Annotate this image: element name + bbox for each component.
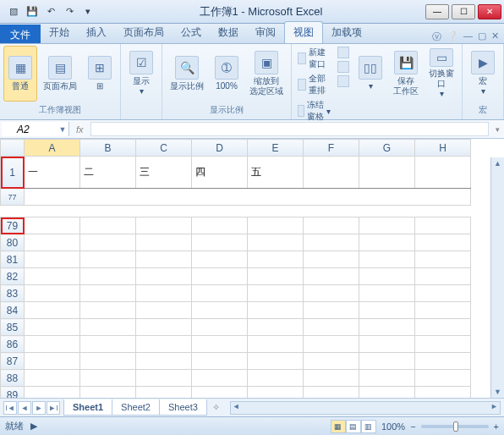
sheet-nav-next-icon[interactable]: ►: [32, 401, 46, 415]
formula-input[interactable]: [90, 122, 489, 136]
sheet-tab-3[interactable]: Sheet3: [159, 399, 207, 416]
tab-addins[interactable]: 加载项: [323, 22, 370, 43]
close-button[interactable]: ✕: [478, 4, 501, 19]
row-header-86[interactable]: 86: [1, 336, 25, 353]
row-header-88[interactable]: 88: [1, 370, 25, 387]
page-break-icon: ⊞: [88, 56, 112, 80]
mdi-minimize-icon[interactable]: —: [463, 30, 473, 43]
cell-F1[interactable]: [304, 157, 359, 189]
zoom-out-button[interactable]: −: [410, 421, 415, 432]
hide-button[interactable]: [335, 60, 352, 74]
sheet-nav-first-icon[interactable]: I◄: [3, 401, 17, 415]
col-header-G[interactable]: G: [359, 140, 415, 157]
split-button[interactable]: [335, 46, 352, 59]
cell-H1[interactable]: [415, 157, 471, 189]
sheet-nav-prev-icon[interactable]: ◄: [18, 401, 31, 415]
tab-formulas[interactable]: 公式: [173, 22, 210, 43]
cell-collapsed[interactable]: [25, 189, 471, 206]
ribbon-minimize-icon[interactable]: ⓥ: [432, 30, 441, 43]
cell-G1[interactable]: [359, 157, 415, 189]
cell[interactable]: [25, 218, 80, 234]
sheet-tab-2[interactable]: Sheet2: [112, 399, 160, 416]
tab-home[interactable]: 开始: [41, 22, 78, 43]
tab-review[interactable]: 审阅: [247, 22, 284, 43]
row-header-85[interactable]: 85: [1, 319, 25, 336]
name-box[interactable]: A2 ▼: [2, 122, 69, 136]
name-box-dropdown-icon[interactable]: ▼: [57, 125, 68, 134]
status-page-break-icon[interactable]: ▥: [361, 420, 376, 433]
arrange-all-button[interactable]: 全部重排: [295, 72, 333, 97]
freeze-panes-button[interactable]: 冻结窗格▾: [295, 98, 333, 124]
col-header-B[interactable]: B: [80, 140, 136, 157]
zoom-selection-button[interactable]: ▣ 缩放到 选定区域: [245, 46, 288, 102]
status-normal-view-icon[interactable]: ▦: [331, 420, 346, 433]
row-header-1[interactable]: 1: [1, 157, 25, 189]
status-page-layout-icon[interactable]: ▤: [346, 420, 361, 433]
freeze-panes-icon: [298, 105, 304, 117]
formula-expand-icon[interactable]: ▾: [490, 120, 504, 138]
macros-button[interactable]: ▶ 宏 ▾: [466, 46, 500, 102]
col-header-C[interactable]: C: [136, 140, 192, 157]
row-header-83[interactable]: 83: [1, 285, 25, 302]
cell-C1[interactable]: 三: [136, 157, 192, 189]
tab-view[interactable]: 视图: [284, 21, 323, 43]
col-header-D[interactable]: D: [192, 140, 248, 157]
row-header-81[interactable]: 81: [1, 251, 25, 268]
col-header-F[interactable]: F: [304, 140, 359, 157]
save-icon[interactable]: 💾: [24, 3, 41, 20]
zoom-in-button[interactable]: +: [494, 421, 499, 432]
normal-view-button[interactable]: ▦ 普通: [3, 46, 37, 102]
row-header-collapsed[interactable]: 77: [1, 189, 25, 206]
sheet-tab-1[interactable]: Sheet1: [63, 399, 112, 416]
new-window-button[interactable]: 新建窗口: [295, 46, 333, 71]
sheet-nav-last-icon[interactable]: ►I: [47, 401, 60, 415]
zoom-button[interactable]: 🔍 显示比例: [166, 46, 208, 102]
formula-bar-row: A2 ▼ fx ▾: [0, 120, 504, 139]
spreadsheet-grid[interactable]: A B C D E F G H 1 一 二 三 四 五 77 79 80 81 …: [0, 139, 471, 421]
tab-page-layout[interactable]: 页面布局: [115, 22, 173, 43]
help-icon[interactable]: ❔: [446, 30, 458, 43]
mdi-restore-icon[interactable]: ▢: [478, 30, 486, 43]
select-all-corner[interactable]: [1, 140, 25, 157]
ribbon-group-zoom: 🔍 显示比例 ➀ 100% ▣ 缩放到 选定区域 显示比例: [162, 44, 292, 119]
qat-dropdown-icon[interactable]: ▾: [79, 3, 96, 20]
page-break-view-button[interactable]: ⊞ ⊞: [83, 46, 117, 102]
zoom-slider[interactable]: [421, 425, 489, 428]
mdi-close-icon[interactable]: ✕: [491, 30, 499, 43]
save-workspace-button[interactable]: 💾 保存 工作区: [389, 46, 423, 102]
new-sheet-icon[interactable]: ✧: [206, 402, 227, 413]
col-header-E[interactable]: E: [248, 140, 304, 157]
show-button[interactable]: ☑ 显示 ▾: [124, 46, 158, 102]
vertical-scrollbar[interactable]: [490, 157, 504, 398]
cell-B1[interactable]: 二: [80, 157, 136, 189]
cell-E1[interactable]: 五: [248, 157, 304, 189]
title-bar: ▧ 💾 ↶ ↷ ▾ 工作簿1 - Microsoft Excel — ☐ ✕: [0, 0, 504, 24]
row-header-82[interactable]: 82: [1, 268, 25, 285]
redo-icon[interactable]: ↷: [61, 3, 78, 20]
zoom-percent[interactable]: 100%: [381, 421, 405, 432]
maximize-button[interactable]: ☐: [452, 4, 475, 19]
zoom-slider-thumb[interactable]: [453, 421, 458, 432]
zoom-100-button[interactable]: ➀ 100%: [210, 46, 244, 102]
tab-data[interactable]: 数据: [210, 22, 247, 43]
view-side-button[interactable]: ▯▯ ▾: [353, 46, 387, 102]
fx-icon[interactable]: fx: [76, 124, 84, 135]
tab-insert[interactable]: 插入: [78, 22, 115, 43]
col-header-H[interactable]: H: [415, 140, 471, 157]
row-header-79[interactable]: 79: [1, 218, 25, 234]
minimize-button[interactable]: —: [425, 4, 449, 19]
switch-windows-button[interactable]: ▭ 切换窗口 ▾: [425, 46, 458, 102]
cell-A1[interactable]: 一: [25, 157, 80, 189]
row-header-84[interactable]: 84: [1, 302, 25, 319]
horizontal-scrollbar[interactable]: [230, 401, 501, 415]
excel-icon[interactable]: ▧: [5, 3, 22, 20]
unhide-button[interactable]: [335, 74, 352, 88]
row-header-80[interactable]: 80: [1, 234, 25, 251]
row-header-87[interactable]: 87: [1, 353, 25, 370]
col-header-A[interactable]: A: [25, 140, 80, 157]
cell-D1[interactable]: 四: [192, 157, 248, 189]
undo-icon[interactable]: ↶: [42, 3, 59, 20]
status-macro-icon[interactable]: ▶: [30, 421, 37, 432]
tab-file[interactable]: 文件: [0, 25, 41, 43]
page-layout-view-button[interactable]: ▤ 页面布局: [39, 46, 81, 102]
